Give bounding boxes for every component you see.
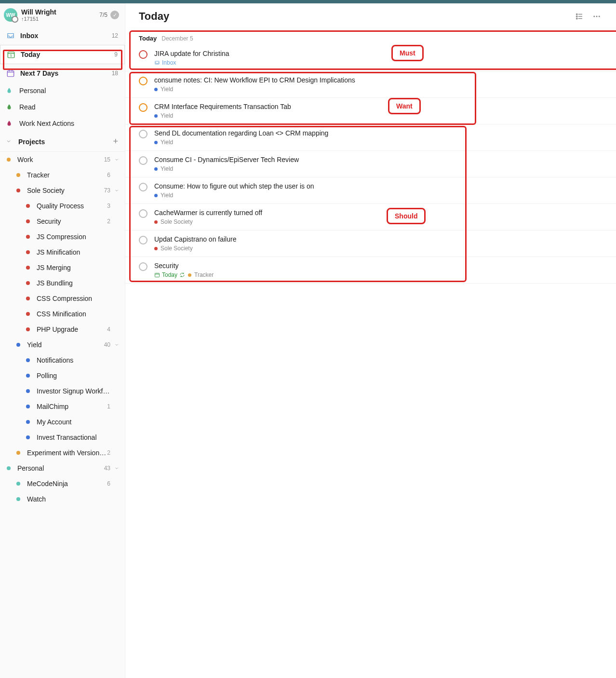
project-color-dot [26,235,30,239]
nav-today-label: Today [21,51,114,58]
project-item[interactable]: Personal43 [0,461,125,476]
task-project-dot [154,194,158,197]
task-checkbox[interactable] [139,50,147,59]
project-color-dot [16,189,20,192]
project-count: 4 [107,326,110,333]
project-item[interactable]: JS Bundling [0,275,125,291]
project-item[interactable]: Investor Signup Workflow [0,383,125,399]
more-options-icon[interactable] [591,11,603,22]
task-project-dot [154,114,158,118]
filter-label: Personal [19,87,46,95]
task-title: Security [154,262,603,270]
svg-point-4 [576,16,577,17]
project-label: My Account [37,418,110,426]
project-count: 6 [107,172,110,178]
filter-item[interactable]: Work Next Actions [0,115,125,132]
project-color-dot [26,219,30,223]
nav-inbox[interactable]: Inbox 12 [0,27,125,45]
project-label: CSS Minification [37,310,110,318]
task-checkbox[interactable] [139,130,147,138]
project-item[interactable]: MailChimp1 [0,399,125,414]
date-label: Today [139,35,157,42]
project-label: JS Minification [37,248,110,256]
project-label: Notifications [37,356,110,364]
task-checkbox[interactable] [139,209,147,218]
filter-drop-icon [6,87,13,94]
project-color-dot [26,312,30,316]
filter-item[interactable]: Personal [0,82,125,99]
task-checkbox[interactable] [139,236,147,244]
project-item[interactable]: JS Minification [0,244,125,260]
project-item[interactable]: Yield40 [0,337,125,353]
project-item[interactable]: Tracker6 [0,167,125,183]
task-row[interactable]: Consume CI - Dynamics/EpiServer Tech Rev… [125,151,616,177]
project-item[interactable]: Sole Society73 [0,183,125,198]
task-project-label: Tracker [194,271,214,278]
chevron-down-icon[interactable] [114,157,120,162]
task-checkbox[interactable] [139,183,147,191]
task-checkbox[interactable] [139,156,147,165]
project-color-dot [26,389,30,393]
task-project-label: Sole Society [161,245,193,252]
add-project-icon[interactable]: + [113,136,118,147]
svg-point-6 [593,16,595,17]
project-item[interactable]: CSS Minification [0,306,125,322]
project-count: 15 [104,156,110,163]
project-count: 2 [107,218,110,225]
task-row[interactable]: Updat Capistrano on failureSole Society [125,231,616,257]
project-item[interactable]: Experiment with Versioning a...2 [0,445,125,461]
chevron-down-icon[interactable] [114,466,120,471]
task-project-dot [154,247,158,250]
project-label: JS Compression [37,233,110,241]
chevron-down-icon[interactable] [114,188,120,193]
productivity-icon[interactable]: ✓ [110,11,119,19]
project-item[interactable]: My Account [0,414,125,430]
user-header[interactable]: WW Will Wright ↑17151 7/5 ✓ [0,3,125,27]
nav-today[interactable]: 5 Today 9 [0,45,125,64]
task-row[interactable]: Consume: How to figure out which step th… [125,177,616,204]
task-checkbox[interactable] [139,77,147,85]
project-item[interactable]: Security2 [0,214,125,229]
user-name: Will Wright [21,8,99,16]
project-label: Security [37,217,107,225]
main-panel: Today Today December 5 JIRA update for C… [125,3,616,678]
filter-label: Work Next Actions [19,120,74,127]
task-project-dot [154,88,158,91]
task-row[interactable]: consume notes: CI: New Workflow EPI to C… [125,71,616,98]
project-item[interactable]: Notifications [0,353,125,368]
project-label: JS Merging [37,264,110,271]
project-item[interactable]: Polling [0,368,125,383]
task-row[interactable]: CRM Interface Requirements Transaction T… [125,98,616,124]
project-item[interactable]: CSS Compression [0,291,125,306]
project-item[interactable]: Watch [0,491,125,507]
task-checkbox[interactable] [139,262,147,271]
task-project-label: Yield [161,192,173,199]
task-row[interactable]: Send DL documentation regarding Loan <> … [125,124,616,151]
project-item[interactable]: JS Compression [0,229,125,244]
svg-text:5: 5 [10,54,12,57]
task-title: Consume CI - Dynamics/EpiServer Tech Rev… [154,156,603,163]
project-item[interactable]: JS Merging [0,260,125,275]
task-row[interactable]: JIRA update for Christina Inbox [125,45,616,71]
nav-next7[interactable]: Next 7 Days 18 [0,64,125,82]
projects-header[interactable]: Projects + [0,132,125,151]
project-item[interactable]: Invest Transactional [0,430,125,445]
task-row[interactable]: CacheWarmer is currently turned offSole … [125,204,616,231]
svg-point-8 [599,16,600,17]
project-item[interactable]: PHP Upgrade4 [0,322,125,337]
project-item[interactable]: MeCodeNinja6 [0,476,125,491]
project-color-dot [16,482,20,486]
task-title: JIRA update for Christina [154,50,603,57]
project-item[interactable]: Quality Process3 [0,198,125,214]
view-options-icon[interactable] [574,11,585,22]
task-checkbox[interactable] [139,103,147,112]
chevron-down-icon[interactable] [114,342,120,347]
project-color-dot [26,435,30,439]
project-item[interactable]: Work15 [0,152,125,167]
filter-label: Read [19,103,35,111]
chevron-down-icon [6,138,13,145]
svg-point-3 [576,14,577,14]
task-row[interactable]: Security Today Tracker [125,257,616,284]
task-project-label: Yield [161,165,173,172]
filter-item[interactable]: Read [0,99,125,115]
